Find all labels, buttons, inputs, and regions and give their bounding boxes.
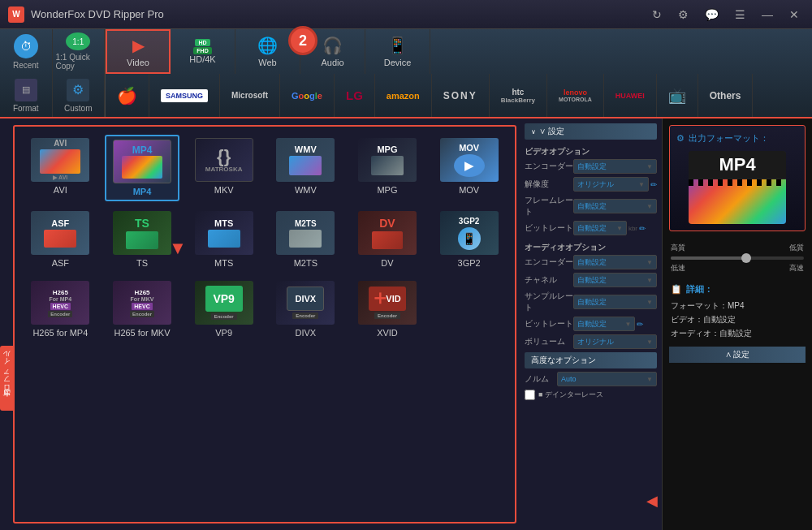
minimize-btn[interactable]: — [757, 6, 778, 23]
quickcopy-button[interactable]: 1:1 1:1 Quick Copy [53, 29, 106, 74]
menu-btn[interactable]: ☰ [730, 6, 750, 23]
web-label: Web [258, 58, 276, 67]
dv-thumb: DV [358, 211, 417, 255]
brand-apple[interactable]: 🍎 [106, 74, 149, 117]
details-section: 📋 詳細： フォーマット：MP4 ビデオ：自動設定 オーディオ：自動設定 [663, 278, 812, 347]
microsoft-label: Microsoft [231, 91, 268, 100]
format-h265mkv[interactable]: H265 For MKV HEVC Encoder H265 for MKV [105, 278, 180, 341]
norm-label: ノルム [525, 373, 557, 385]
h265mp4-label: H265 for MP4 [32, 328, 88, 338]
refresh-btn[interactable]: ↻ [647, 6, 667, 23]
custom-label: Custom [64, 104, 92, 113]
framerate-arrow: ▼ [646, 203, 653, 210]
audio-detail: オーディオ：自動設定 [671, 328, 804, 339]
format-vp9[interactable]: VP9 Encoder VP9 [186, 278, 261, 341]
brand-amazon[interactable]: amazon [375, 74, 432, 117]
resolution-label: 解像度 [525, 179, 573, 190]
bitrate-unit: kbr [628, 225, 637, 232]
brand-samsung[interactable]: SAMSUNG [149, 74, 220, 117]
format-mp4[interactable]: MP4 MP4 [105, 135, 180, 201]
settings-btn[interactable]: ⚙ [673, 6, 693, 23]
brand-microsoft[interactable]: Microsoft [220, 74, 280, 117]
format-3gp2[interactable]: 3GP2 📱 3GP2 [431, 208, 507, 271]
right-panel: ⚙ 出力フォーマット： MP4 高質 低質 低速 高速 [662, 118, 812, 530]
close-btn[interactable]: ✕ [784, 6, 804, 23]
video-nav-button[interactable]: ▶ Video [106, 29, 171, 74]
h265mkv-label: H265 for MKV [114, 328, 170, 338]
lg-label: LG [346, 88, 363, 102]
brand-tv[interactable]: 📺 [657, 74, 698, 117]
output-format-section: ⚙ 出力フォーマット： MP4 [669, 125, 806, 231]
format-label: Format [13, 104, 39, 113]
framerate-select[interactable]: 自動設定 ▼ [573, 199, 657, 213]
format-icon: ▤ [15, 79, 37, 101]
deinterlace-checkbox[interactable] [525, 390, 535, 400]
format-asf[interactable]: ASF ASF [23, 208, 98, 271]
channel-arrow: ▼ [646, 277, 653, 284]
volume-select[interactable]: オリジナル ▼ [573, 334, 657, 349]
format-mov[interactable]: MOV ▶ MOV [431, 135, 507, 201]
output-profile-tab[interactable]: 出力プロファイル [0, 346, 13, 411]
format-mpg[interactable]: MPG MPG [350, 135, 425, 201]
format-grid-panel: ▼ AVI ▶ AVI AVI MP4 [13, 125, 516, 524]
hdfhd-nav-button[interactable]: HD FHD HD/4K [171, 29, 235, 74]
format-avi[interactable]: AVI ▶ AVI AVI [23, 135, 98, 201]
output-format-icon: ⚙ [676, 133, 685, 144]
recent-button[interactable]: ⏱ Recent [0, 29, 53, 74]
audio-encoder-value: 自動設定 [577, 257, 607, 268]
quality-slider[interactable] [671, 256, 804, 260]
quickcopy-icon: 1:1 [66, 32, 90, 50]
format-dv[interactable]: DV DV [350, 208, 425, 271]
resolution-select[interactable]: オリジナル ▼ [573, 177, 649, 192]
audio-bitrate-select[interactable]: 自動設定 ▼ [573, 317, 635, 331]
resolution-edit-icon[interactable]: ✏ [650, 180, 657, 189]
output-format-label: 出力フォーマット： [689, 132, 769, 144]
framerate-value: 自動設定 [577, 201, 607, 212]
audio-label: Audio [321, 58, 343, 67]
samplerate-row: サンプルレート 自動設定 ▼ [525, 291, 657, 313]
encoder-label: エンコーダー [525, 161, 573, 172]
brand-htc[interactable]: htc BlackBerry [490, 74, 547, 117]
samplerate-select[interactable]: 自動設定 ▼ [573, 295, 657, 309]
advanced-options-btn[interactable]: 高度なオプション [525, 352, 657, 368]
bitrate-edit-icon[interactable]: ✏ [639, 224, 646, 233]
brand-lg[interactable]: LG [335, 74, 375, 117]
format-h265mp4[interactable]: H265 For MP4 HEVC Encoder H265 for MP4 [23, 278, 98, 341]
settings-collapse-btn[interactable]: ∧ 設定 [669, 347, 806, 363]
channel-row: チャネル 自動設定 ▼ [525, 273, 657, 287]
format-m2ts[interactable]: M2TS M2TS [268, 208, 343, 271]
settings-collapse-header[interactable]: ∨ ∨ 設定 [525, 123, 657, 140]
audio-bitrate-edit-icon[interactable]: ✏ [637, 320, 643, 329]
title-bar: W WonderFox DVD Ripper Pro ↻ ⚙ 💬 ☰ — ✕ [0, 0, 812, 29]
quality-slider-knob[interactable] [741, 253, 751, 263]
format-mts[interactable]: MTS MTS [186, 208, 261, 271]
format-divx[interactable]: DIVX Encoder DIVX [268, 278, 343, 341]
brand-lenovo[interactable]: lenovo MOTOROLA [547, 74, 604, 117]
quality-slider-fill [671, 256, 744, 260]
device-nav-button[interactable]: 📱 Device [365, 29, 430, 74]
brand-huawei[interactable]: HUAWEI [604, 74, 657, 117]
others-label: Others [710, 90, 741, 101]
format-button[interactable]: ▤ Format [0, 74, 53, 117]
encoder-row: エンコーダー 自動設定 ▼ [525, 159, 657, 174]
audio-bitrate-arrow: ▼ [624, 321, 631, 328]
format-wmv[interactable]: WMV WMV [268, 135, 343, 201]
custom-button[interactable]: ⚙ Custom [53, 74, 106, 117]
audio-encoder-arrow: ▼ [646, 259, 653, 266]
channel-value: 自動設定 [577, 275, 607, 286]
avi-thumb: AVI ▶ AVI [31, 138, 89, 182]
brand-google[interactable]: Google [280, 74, 335, 117]
audio-encoder-select[interactable]: 自動設定 ▼ [573, 255, 657, 269]
mts-thumb: MTS [195, 211, 253, 255]
chat-btn[interactable]: 💬 [700, 6, 723, 23]
channel-select[interactable]: 自動設定 ▼ [573, 273, 657, 287]
format-mkv[interactable]: {} MATROSKA MKV [186, 135, 261, 201]
norm-select[interactable]: Auto ▼ [557, 372, 657, 386]
format-xvid[interactable]: ✕ VID Encoder XVID [350, 278, 425, 341]
brand-sony[interactable]: SONY [432, 74, 490, 117]
settings-header-label: ∨ 設定 [539, 126, 564, 137]
custom-icon: ⚙ [67, 79, 89, 101]
bitrate-select[interactable]: 自動設定 ▼ [573, 221, 627, 235]
encoder-select[interactable]: 自動設定 ▼ [573, 159, 657, 174]
brand-others[interactable]: Others [698, 74, 754, 117]
